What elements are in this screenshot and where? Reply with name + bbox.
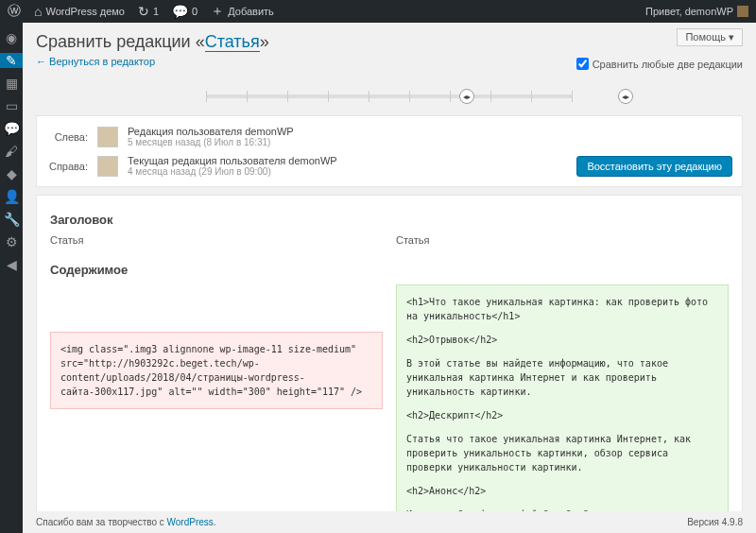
collapse-icon[interactable]: ◀ (4, 257, 19, 272)
compare-any-input[interactable] (576, 58, 589, 70)
pages-icon[interactable]: ▭ (4, 98, 19, 113)
revision-slider[interactable]: ◂▸ ◂▸ (36, 87, 743, 106)
tools-icon[interactable]: 🔧 (4, 212, 19, 227)
post-title-link[interactable]: Статья (205, 32, 260, 52)
new-content[interactable]: ＋Добавить (211, 3, 274, 20)
plugins-icon[interactable]: ◆ (4, 166, 19, 181)
avatar-icon (97, 127, 118, 147)
footer: Спасибо вам за творчество с WordPress. В… (23, 511, 756, 533)
wp-logo[interactable]: ⓦ (8, 3, 21, 20)
diff-added: <h1>Что такое уникальная картинка: как п… (396, 284, 729, 533)
right-label: Справа: (46, 161, 88, 172)
dashboard-icon[interactable]: ◉ (4, 30, 19, 45)
diff-heading-content: Содержимое (50, 263, 729, 277)
avatar-icon (737, 6, 748, 17)
comments[interactable]: 💬0 (172, 4, 198, 19)
site-name[interactable]: ⌂WordPress демо (34, 4, 125, 19)
diff-heading-title: Заголовок (50, 213, 729, 227)
right-post-title: Статья (396, 234, 729, 246)
settings-icon[interactable]: ⚙ (4, 234, 19, 249)
page-title: Сравнить редакции «Статья» (36, 32, 743, 52)
my-account[interactable]: Привет, demonWP (645, 6, 748, 17)
slider-handle-left[interactable]: ◂▸ (459, 89, 474, 104)
compare-any-checkbox[interactable]: Сравнить любые две редакции (576, 58, 743, 70)
help-button[interactable]: Помощь ▾ (677, 28, 743, 46)
comments-icon[interactable]: 💬 (4, 121, 19, 136)
right-revision-author: Текущая редакция пользователя demonWP (128, 155, 567, 166)
posts-icon[interactable]: ✎ (0, 53, 23, 68)
diff-deleted: <img class=".img3 alignnone wp-image-11 … (50, 332, 383, 409)
content-area: Помощь ▾ Сравнить редакции «Статья» ← Ве… (23, 23, 756, 533)
revision-meta: Слева: Редакция пользователя demonWP 5 м… (36, 115, 743, 187)
updates[interactable]: ↻1 (138, 4, 159, 19)
diff-section: Заголовок Статья Статья Содержимое <img … (36, 195, 743, 533)
wordpress-link[interactable]: WordPress (167, 517, 214, 527)
version-text: Версия 4.9.8 (687, 517, 743, 527)
left-label: Слева: (46, 131, 88, 143)
slider-handle-right[interactable]: ◂▸ (618, 89, 633, 104)
admin-bar: ⓦ ⌂WordPress демо ↻1 💬0 ＋Добавить Привет… (0, 0, 756, 23)
admin-menu: ◉ ✎ ▦ ▭ 💬 🖌 ◆ 👤 🔧 ⚙ ◀ (0, 23, 23, 533)
appearance-icon[interactable]: 🖌 (4, 144, 19, 159)
restore-button[interactable]: Восстановить эту редакцию (576, 156, 732, 177)
left-post-title: Статья (50, 234, 383, 246)
media-icon[interactable]: ▦ (4, 76, 19, 91)
users-icon[interactable]: 👤 (4, 189, 19, 204)
avatar-icon (97, 156, 118, 177)
left-revision-author: Редакция пользователя demonWP (128, 126, 732, 137)
return-to-editor-link[interactable]: ← Вернуться в редактор (36, 56, 155, 67)
